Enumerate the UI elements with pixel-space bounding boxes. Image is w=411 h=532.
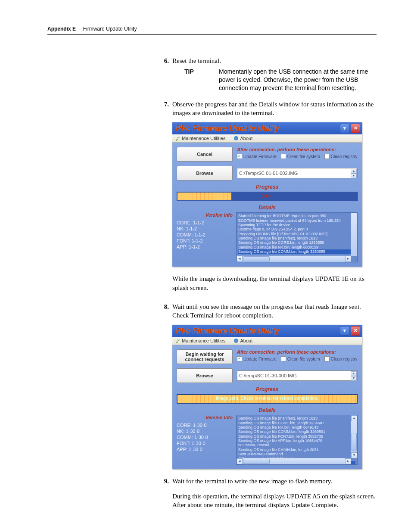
version-info: Version Info CORE: 1-30-0 NK: 1-30-0 COM…	[177, 415, 233, 465]
log-line: Sending OS image file CHAIN.bin, length …	[238, 448, 355, 452]
scrollbar-vertical[interactable]	[351, 213, 357, 256]
chevron-up-icon[interactable]: ▲	[351, 169, 357, 174]
step-6-text: Reset the terminal.	[172, 56, 377, 65]
log-line: Sending OS image file (manifest), length…	[238, 416, 355, 420]
close-button[interactable]: ✕	[351, 326, 360, 336]
appendix-label: Appendix E	[47, 26, 76, 32]
scrollbar-horizontal[interactable]: ◄ ►	[237, 255, 351, 262]
version-nk: NK: 1-30-0	[177, 429, 233, 434]
wrench-icon	[175, 338, 180, 343]
scroll-thumb[interactable]	[243, 459, 270, 464]
check-cleanreg-label: Clean registry	[331, 154, 358, 159]
details-label: Details	[177, 205, 358, 211]
step-7-text: Observe the progress bar and the Details…	[172, 100, 377, 118]
menu-maintenance[interactable]: Maintenance Utilities	[175, 136, 226, 141]
version-info-title: Version Info	[177, 415, 233, 420]
check-clean-fs[interactable]: Clean file system	[281, 154, 320, 159]
scroll-thumb[interactable]	[243, 256, 270, 261]
version-comm: COMM: 1-30-0	[177, 435, 233, 440]
check-clean-fs[interactable]: Clean file system	[281, 356, 320, 361]
details-label: Details	[177, 407, 358, 413]
screenshot-1: PVc Firmware Update Utility ▾ ✕ Maintena…	[172, 122, 362, 267]
menu-about-label: About	[240, 136, 253, 141]
step-8-num: 8.	[159, 302, 169, 320]
scroll-right-icon[interactable]: ►	[345, 458, 351, 464]
menu-maintenance-label: Maintenance Utilities	[182, 338, 226, 343]
check-clean-registry[interactable]: Clean registry	[324, 154, 358, 159]
log-line: Sending OS image file (manifest), length…	[238, 236, 355, 240]
checkbox-icon	[281, 356, 286, 361]
chevron-down-icon[interactable]: ▼	[351, 376, 357, 381]
scroll-down-icon[interactable]: ▼	[351, 452, 357, 458]
log-line: Preparing OS IMG file [C:\Temp\SC 01-01-…	[238, 232, 355, 236]
chevron-up-icon[interactable]: ▲	[351, 371, 357, 376]
version-font: FONT: 1-1-2	[177, 238, 233, 243]
log-line: Sending OS image file NK.bin, length 683…	[238, 245, 355, 249]
operations-title: After connection, perform these operatio…	[237, 147, 358, 152]
check-update-label: Update Firmware	[243, 357, 277, 361]
close-button[interactable]: ✕	[351, 124, 360, 133]
path-spinner[interactable]: ▲ ▼	[351, 169, 357, 178]
check-update-label: Update Firmware	[243, 154, 277, 159]
appendix-title: Firmware Update Utility	[83, 26, 137, 32]
menu-about[interactable]: i About	[234, 136, 253, 141]
cancel-button[interactable]: Cancel	[177, 147, 233, 162]
scroll-right-icon[interactable]: ►	[345, 256, 351, 262]
checkbox-icon: ✓	[237, 356, 242, 361]
paragraph-after-9: During this operation, the terminal disp…	[172, 492, 377, 510]
screenshot-2: PVc Firmware Update Utility ▾ ✕ Maintena…	[172, 325, 362, 469]
check-clean-registry[interactable]: Clean registry	[324, 356, 358, 361]
details-log[interactable]: Sending OS image file (manifest), length…	[236, 415, 358, 465]
scroll-left-icon[interactable]: ◄	[237, 458, 243, 464]
path-input[interactable]: C:\Temp\SC 01-01-002.IMG ▲ ▼	[237, 168, 358, 178]
version-core: CORE: 1-30-0	[177, 423, 233, 428]
check-update-firmware[interactable]: ✓Update Firmware	[237, 356, 277, 361]
begin-waiting-button[interactable]: Begin waiting for connect requests	[177, 349, 233, 364]
minimize-button[interactable]: ▾	[340, 326, 349, 336]
version-font: FONT: 1-30-0	[177, 441, 233, 446]
checkbox-icon	[324, 154, 330, 159]
step-9: 9. Wait for the terminal to write the ne…	[159, 477, 377, 485]
window-title: PVc Firmware Update Utility	[176, 124, 339, 133]
wrench-icon	[175, 136, 180, 141]
log-line: Bootme flags 0, IP 169.254.254.2, port 0	[238, 227, 355, 231]
progress-bar: 30 %	[177, 192, 358, 201]
menubar: Maintenance Utilities i About	[172, 134, 362, 143]
chevron-down-icon[interactable]: ▼	[351, 174, 357, 178]
path-input[interactable]: C:\temp\SC 01-30-000.IMG ▲ ▼	[237, 370, 358, 381]
check-update-firmware[interactable]: ✓Update Firmware	[237, 154, 277, 159]
step-6-num: 6.	[159, 56, 169, 65]
details-log[interactable]: Started listening for BOOTME requests on…	[236, 212, 358, 262]
path-spinner[interactable]: ▲ ▼	[351, 371, 357, 381]
version-app: APP: 1-30-0	[177, 447, 233, 452]
browse-button[interactable]: Browse	[177, 368, 233, 383]
scrollbar-vertical[interactable]: ▲ ▼	[351, 415, 357, 458]
version-nk: NK: 1-1-2	[177, 226, 233, 231]
log-line: Sending OS image file COMM.bin, length 3…	[238, 429, 355, 434]
progress-text: 30 %	[177, 192, 357, 201]
version-info-title: Version Info	[177, 212, 233, 218]
operations-box: After connection, perform these operatio…	[237, 147, 358, 162]
progress-label: Progress	[177, 386, 358, 392]
check-cleanreg-label: Clean registry	[331, 357, 358, 361]
log-line: Sending OS image file FONT.bin, length 3…	[238, 434, 355, 439]
scroll-up-icon[interactable]: ▲	[351, 415, 357, 421]
menu-about[interactable]: i About	[234, 338, 253, 343]
scroll-thumb[interactable]	[352, 433, 357, 451]
path-value: C:\Temp\SC 01-01-002.IMG	[239, 171, 298, 176]
operations-title: After connection, perform these operatio…	[237, 349, 358, 355]
progress-label: Progress	[177, 184, 358, 190]
check-cleanfs-label: Clean file system	[287, 357, 320, 361]
log-line: Sending OS image file NK.bin, length 664…	[238, 425, 355, 429]
menu-maintenance[interactable]: Maintenance Utilities	[175, 338, 226, 343]
scrollbar-horizontal[interactable]: ◄ ►	[237, 458, 351, 464]
checkbox-icon: ✓	[237, 154, 242, 159]
browse-button[interactable]: Browse	[177, 166, 233, 180]
header-rule	[47, 34, 377, 35]
version-core: CORE: 1-1-2	[177, 220, 233, 225]
app-body: Begin waiting for connect requests After…	[172, 345, 362, 469]
minimize-button[interactable]: ▾	[340, 124, 349, 133]
menu-about-label: About	[240, 338, 253, 343]
titlebar: PVc Firmware Update Utility ▾ ✕	[172, 122, 362, 134]
scroll-left-icon[interactable]: ◄	[237, 256, 243, 262]
